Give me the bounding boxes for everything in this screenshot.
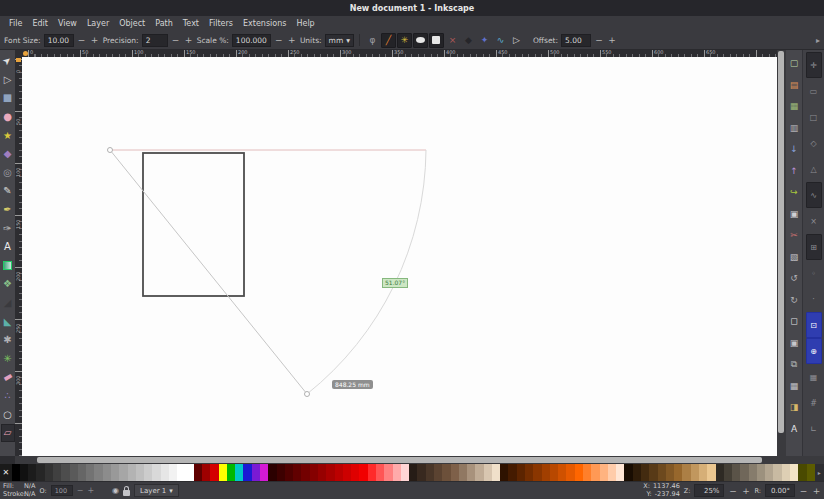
box3d-tool[interactable]: ◆ — [1, 145, 15, 164]
palette-swatch[interactable] — [782, 464, 790, 481]
pencil-tool[interactable]: ✎ — [1, 182, 15, 201]
fill-stroke-indicator[interactable]: Fill:N/A Stroke:N/A — [3, 483, 36, 498]
rectangle-tool[interactable]: ■ — [1, 89, 15, 108]
menu-layer[interactable]: Layer — [82, 19, 114, 28]
text-tool[interactable]: A — [1, 238, 15, 257]
palette-swatch[interactable] — [525, 464, 533, 481]
snap-bbox-edges-button[interactable]: □ — [806, 104, 822, 130]
ellipse-tool[interactable]: ● — [1, 108, 15, 127]
palette-swatch[interactable] — [268, 464, 276, 481]
snap-nodes-button[interactable]: △ — [806, 156, 822, 182]
palette-swatch[interactable] — [616, 464, 624, 481]
palette-swatch[interactable] — [210, 464, 218, 481]
gradient-tool[interactable] — [1, 257, 15, 276]
measure-end-handle[interactable] — [305, 392, 310, 397]
export-button[interactable]: ↑ — [787, 161, 802, 183]
palette-swatch[interactable] — [152, 464, 160, 481]
zoom-field[interactable]: 25% — [694, 484, 724, 497]
palette-swatch[interactable] — [674, 464, 682, 481]
palette-swatch[interactable] — [409, 464, 417, 481]
palette-swatch[interactable] — [227, 464, 235, 481]
opacity-minus-button[interactable]: − — [77, 486, 84, 495]
palette-swatch[interactable] — [12, 464, 20, 481]
palette-swatch[interactable] — [376, 464, 384, 481]
palette-swatch[interactable] — [500, 464, 508, 481]
convert-to-item-button[interactable]: ▷ — [509, 33, 524, 48]
open-document-button[interactable]: ▤ — [787, 75, 802, 97]
palette-swatch[interactable] — [301, 464, 309, 481]
menu-file[interactable]: File — [4, 19, 27, 28]
snap-bbox-button[interactable]: ▭ — [806, 78, 822, 104]
layer-visibility-icon[interactable]: ◉ — [112, 486, 119, 495]
vertical-scrollbar-thumb[interactable] — [778, 51, 784, 433]
toolbar-overflow-button[interactable]: ▸ — [816, 36, 820, 45]
palette-swatch[interactable] — [649, 464, 657, 481]
palette-swatch[interactable] — [740, 464, 748, 481]
offset-minus-button[interactable]: − — [594, 35, 604, 45]
paste-button[interactable]: ▧ — [787, 247, 802, 269]
palette-swatch[interactable] — [70, 464, 78, 481]
palette-swatch[interactable] — [558, 464, 566, 481]
measure-selected-button[interactable] — [429, 33, 444, 48]
cut-button[interactable]: ✂ — [787, 225, 802, 247]
palette-swatch[interactable] — [749, 464, 757, 481]
palette-swatch[interactable] — [442, 464, 450, 481]
palette-swatch[interactable] — [633, 464, 641, 481]
save-document-button[interactable]: ▦ — [787, 96, 802, 118]
palette-swatch[interactable] — [318, 464, 326, 481]
menu-object[interactable]: Object — [114, 19, 150, 28]
palette-swatch[interactable] — [94, 464, 102, 481]
palette-swatch[interactable] — [177, 464, 194, 481]
palette-swatch[interactable] — [45, 464, 53, 481]
palette-swatch[interactable] — [128, 464, 136, 481]
measure-line[interactable] — [110, 150, 307, 394]
palette-swatch[interactable] — [61, 464, 69, 481]
scale-field[interactable]: 100.000 — [232, 34, 271, 47]
copy-button[interactable]: ▣ — [787, 204, 802, 226]
show-measure-points-button[interactable]: ✳ — [397, 33, 412, 48]
mark-dimension-button[interactable]: ∿ — [493, 33, 508, 48]
palette-swatch[interactable] — [600, 464, 608, 481]
horizontal-scrollbar[interactable] — [0, 456, 824, 464]
palette-swatch[interactable] — [798, 464, 806, 481]
scale-minus-button[interactable]: − — [274, 35, 284, 45]
palette-swatch[interactable] — [583, 464, 591, 481]
palette-swatch[interactable] — [641, 464, 649, 481]
zoom-tool[interactable]: ○ — [1, 405, 15, 424]
snap-paths-button[interactable]: ∿ — [806, 182, 822, 208]
offset-field[interactable]: 5.00 — [561, 34, 591, 47]
font-size-minus-button[interactable]: − — [77, 35, 87, 45]
palette-swatch[interactable] — [235, 464, 243, 481]
palette-swatch[interactable] — [724, 464, 732, 481]
palette-swatch[interactable] — [343, 464, 351, 481]
rotation-minus-button[interactable]: − — [799, 486, 808, 496]
to-guides-button[interactable]: ✦ — [477, 33, 492, 48]
palette-swatch[interactable] — [790, 464, 798, 481]
font-size-field[interactable]: 10.00 — [44, 34, 74, 47]
palette-swatch[interactable] — [260, 464, 268, 481]
palette-swatch[interactable] — [608, 464, 616, 481]
snap-enable-button[interactable]: ✛ — [806, 52, 822, 78]
palette-swatch-none[interactable]: ✕ — [0, 464, 12, 481]
print-button[interactable]: ▥ — [787, 118, 802, 140]
palette-swatch[interactable] — [326, 464, 334, 481]
palette-swatch[interactable] — [475, 464, 483, 481]
palette-swatch[interactable] — [310, 464, 318, 481]
palette-swatch[interactable] — [566, 464, 574, 481]
horizontal-ruler[interactable]: 050100150200250300350400450500550600650 — [22, 50, 777, 57]
palette-swatch[interactable] — [86, 464, 94, 481]
zoom-plus-button[interactable]: + — [741, 486, 750, 496]
snap-rotation-centers-button[interactable]: ⊕ — [806, 338, 822, 364]
precision-field[interactable]: 2 — [142, 34, 168, 47]
scale-plus-button[interactable]: + — [287, 35, 297, 45]
palette-swatch[interactable] — [550, 464, 558, 481]
new-document-button[interactable]: ▢ — [787, 53, 802, 75]
fill-stroke-dialog-button[interactable]: ◨ — [787, 397, 802, 419]
palette-swatch[interactable] — [359, 464, 367, 481]
palette-swatch[interactable] — [691, 464, 699, 481]
palette-swatch[interactable] — [161, 464, 169, 481]
layer-lock-icon[interactable] — [123, 490, 130, 496]
palette-swatch[interactable] — [459, 464, 467, 481]
menu-text[interactable]: Text — [178, 19, 204, 28]
palette-swatch[interactable] — [699, 464, 707, 481]
